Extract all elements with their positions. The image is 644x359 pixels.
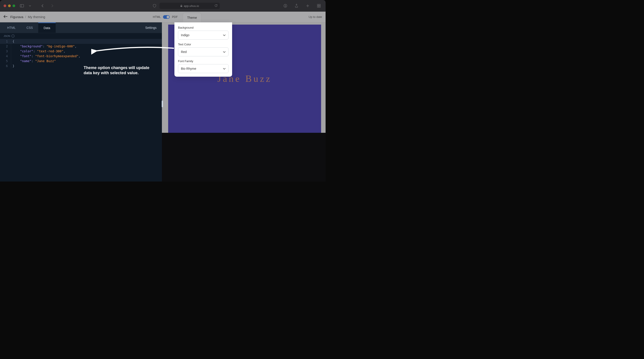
settings-button[interactable]: Settings [145, 26, 160, 30]
line-content: "font": "font-biorhymeexpanded", [11, 54, 80, 58]
svg-rect-7 [319, 6, 320, 8]
url-bar[interactable]: app.uhuu.io [160, 3, 220, 9]
font-family-select[interactable]: Bio Rhyme [178, 64, 228, 73]
line-content: { [11, 39, 14, 44]
line-number: 1 [0, 39, 11, 44]
minimize-window-button[interactable] [8, 4, 11, 7]
url-text: app.uhuu.io [184, 4, 199, 8]
lock-icon [180, 4, 182, 7]
tab-data[interactable]: Data [38, 22, 56, 33]
breadcrumb-separator: / [25, 15, 26, 19]
back-button[interactable] [4, 15, 8, 19]
editor-tab-bar: HTML CSS Data Settings [0, 22, 162, 33]
field-label-background: Background [178, 26, 228, 29]
tab-css[interactable]: CSS [21, 23, 38, 33]
line-number: 3 [0, 49, 11, 54]
shield-icon[interactable] [152, 3, 158, 9]
field-label-font-family: Font Family [178, 60, 228, 63]
line-number: 2 [0, 44, 11, 49]
sidebar-toggle-icon[interactable] [19, 3, 25, 9]
downloads-icon[interactable] [282, 3, 288, 9]
code-line[interactable]: 2 "background": "bg-indigo-600", [0, 44, 162, 49]
svg-rect-4 [317, 4, 319, 6]
sidebar-chevron-icon[interactable] [27, 3, 33, 9]
code-line[interactable]: 4 "font": "font-biorhymeexpanded", [0, 54, 162, 58]
code-line[interactable]: 5 "name": "Jane Buzz" [0, 58, 162, 64]
breadcrumb: Figurava / My theming [10, 15, 45, 19]
line-number: 6 [0, 64, 11, 68]
window-controls [4, 4, 15, 7]
text-color-select[interactable]: Red [178, 48, 228, 56]
line-content: "color": "text-red-300", [11, 49, 65, 54]
editor-panel: HTML CSS Data Settings JSON i 1{2 "backg… [0, 22, 162, 182]
line-number: 5 [0, 58, 11, 64]
close-window-button[interactable] [4, 4, 6, 7]
code-editor[interactable]: 1{2 "background": "bg-indigo-600",3 "col… [0, 38, 162, 182]
code-line[interactable]: 3 "color": "text-red-300", [0, 49, 162, 54]
share-icon[interactable] [294, 3, 300, 9]
line-content: "background": "bg-indigo-600", [11, 44, 77, 49]
maximize-window-button[interactable] [12, 4, 15, 7]
line-content: } [11, 64, 14, 68]
new-tab-icon[interactable] [304, 3, 311, 9]
annotation-text: Theme option changes will update data ke… [84, 65, 158, 76]
tab-html[interactable]: HTML [2, 23, 21, 33]
code-line[interactable]: 1{ [0, 39, 162, 44]
line-content: "name": "Jane Buzz" [11, 58, 56, 64]
json-badge: JSON i [0, 33, 162, 38]
chevron-down-icon [223, 33, 226, 37]
breadcrumb-root[interactable]: Figurava [10, 15, 23, 19]
tab-overview-icon[interactable] [316, 3, 322, 9]
browser-toolbar: app.uhuu.io [0, 0, 326, 12]
background-select[interactable]: Indigo [178, 30, 228, 40]
field-label-text-color: Text Color [178, 43, 228, 46]
panel-resizer[interactable] [162, 100, 163, 107]
chevron-down-icon [223, 67, 226, 70]
svg-rect-2 [180, 6, 182, 7]
toggle-label-html: HTML [153, 15, 161, 18]
html-pdf-toggle[interactable] [163, 15, 170, 19]
breadcrumb-current: My theming [28, 15, 46, 19]
theme-popover: Background Indigo Text Color Red Font Fa… [174, 22, 232, 77]
toggle-label-pdf: PDF [172, 15, 178, 18]
sync-status: Up to date [308, 15, 322, 18]
reload-icon[interactable] [214, 4, 218, 8]
chevron-down-icon [223, 50, 226, 54]
svg-rect-6 [317, 6, 319, 8]
theme-tab[interactable]: Theme [183, 13, 201, 22]
info-icon[interactable]: i [12, 34, 14, 38]
nav-forward-icon[interactable] [49, 3, 56, 9]
line-number: 4 [0, 54, 11, 58]
nav-back-icon[interactable] [39, 3, 46, 9]
svg-rect-0 [20, 4, 24, 7]
svg-rect-5 [319, 4, 320, 6]
app-header: Figurava / My theming HTML PDF Theme Up … [0, 12, 326, 22]
